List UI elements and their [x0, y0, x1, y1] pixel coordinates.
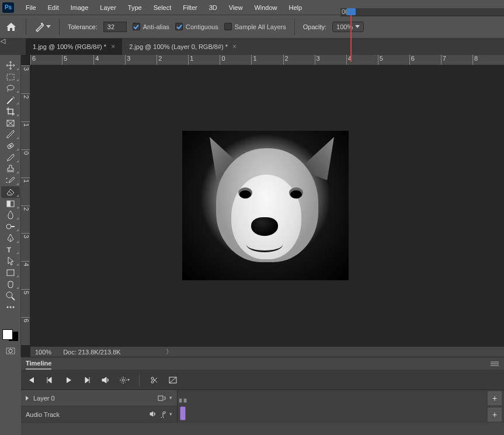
- track-row-video[interactable]: Layer 0 ▾: [21, 390, 177, 406]
- sample-all-label: Sample All Layers: [235, 23, 286, 30]
- transition-icon[interactable]: [168, 375, 178, 385]
- app-icon[interactable]: Ps: [2, 2, 14, 13]
- move-tool[interactable]: [1, 60, 20, 71]
- menu-file[interactable]: File: [20, 4, 42, 11]
- magic-wand-tool-icon[interactable]: [34, 22, 51, 32]
- add-media-button[interactable]: +: [488, 391, 502, 405]
- mute-icon[interactable]: [100, 375, 111, 385]
- timeline-tracks: Layer 0 ▾ Audio Track ▾ + +: [21, 390, 504, 423]
- tab-document-1[interactable]: 1.jpg @ 100% (RGB/8#) * ×: [26, 39, 122, 55]
- rectangle-tool[interactable]: [1, 267, 20, 279]
- sample-all-checkbox[interactable]: Sample All Layers: [224, 23, 286, 30]
- eraser-tool[interactable]: [1, 186, 20, 198]
- stamp-tool[interactable]: [1, 163, 20, 175]
- go-to-first-frame-icon[interactable]: [26, 375, 36, 385]
- status-flyout-icon[interactable]: 〉: [166, 347, 172, 356]
- blur-tool[interactable]: [1, 210, 20, 221]
- menu-select[interactable]: Select: [148, 4, 178, 11]
- antialias-checkbox[interactable]: Anti-alias: [133, 23, 169, 30]
- color-swatches[interactable]: [2, 329, 19, 342]
- menu-help[interactable]: Help: [283, 4, 308, 11]
- tab-document-2[interactable]: 2.jpg @ 100% (Layer 0, RGB/8#) * ×: [122, 39, 244, 55]
- close-icon[interactable]: ×: [111, 43, 115, 51]
- menu-filter[interactable]: Filter: [177, 4, 203, 11]
- chevron-down-icon: [46, 25, 51, 28]
- chevron-right-icon[interactable]: [26, 396, 29, 401]
- split-icon[interactable]: [149, 375, 159, 385]
- menu-window[interactable]: Window: [248, 4, 283, 11]
- panel-collapse-icon[interactable]: [0, 39, 6, 44]
- ruler-vertical[interactable]: 3210123456: [21, 65, 30, 345]
- menu-image[interactable]: Image: [65, 4, 95, 11]
- eyedropper-tool[interactable]: [1, 128, 20, 140]
- foreground-color[interactable]: [2, 329, 13, 340]
- divider: [26, 19, 26, 35]
- home-icon[interactable]: [5, 20, 18, 33]
- work-area-markers[interactable]: [179, 398, 193, 404]
- tolerance-label: Tolerance:: [68, 23, 98, 30]
- zoom-level[interactable]: 100%: [35, 349, 51, 356]
- brush-tool[interactable]: [1, 152, 20, 163]
- dodge-tool[interactable]: [1, 221, 20, 232]
- svg-point-14: [9, 349, 12, 353]
- path-select-tool[interactable]: [1, 255, 20, 267]
- track-row-audio[interactable]: Audio Track ▾: [21, 406, 177, 423]
- track-name: Audio Track: [26, 411, 60, 418]
- divider: [59, 19, 60, 35]
- quick-mask-icon[interactable]: [1, 345, 20, 357]
- tolerance-input[interactable]: [103, 22, 127, 32]
- svg-point-15: [122, 379, 124, 381]
- menu-type[interactable]: Type: [122, 4, 148, 11]
- magic-wand-tool[interactable]: [1, 94, 20, 106]
- history-brush-tool[interactable]: [1, 175, 20, 186]
- lasso-tool[interactable]: [1, 82, 20, 94]
- opacity-label: Opacity:: [303, 23, 326, 30]
- contiguous-checkbox[interactable]: Contiguous: [175, 23, 218, 30]
- menu-edit[interactable]: Edit: [42, 4, 65, 11]
- marquee-tool[interactable]: [1, 71, 20, 83]
- play-icon[interactable]: [63, 375, 74, 385]
- chevron-down-icon: [355, 25, 360, 28]
- doc-size[interactable]: Doc: 213.8K/213.8K: [63, 349, 120, 356]
- track-name: Layer 0: [33, 395, 55, 402]
- svg-point-1: [7, 85, 14, 90]
- timeline-panel: Timeline ▾ 00 Layer 0 ▾: [21, 357, 504, 435]
- more-tools[interactable]: [1, 301, 20, 313]
- canvas-image[interactable]: [182, 131, 349, 280]
- track-options-icon[interactable]: [158, 395, 166, 402]
- ruler-horizontal[interactable]: 654321012345678: [30, 55, 504, 65]
- menu-view[interactable]: View: [223, 4, 249, 11]
- zoom-tool[interactable]: [1, 290, 20, 302]
- edit-toolbar[interactable]: [1, 313, 20, 325]
- contiguous-label: Contiguous: [186, 23, 218, 30]
- close-icon[interactable]: ×: [232, 43, 237, 51]
- music-note-icon[interactable]: [160, 411, 166, 418]
- document-tabs: 1.jpg @ 100% (RGB/8#) * × 2.jpg @ 100% (…: [0, 39, 504, 55]
- timeline-track-lane[interactable]: + +: [178, 390, 504, 423]
- canvas-area[interactable]: 654321012345678 3210123456 100% Doc: 213…: [21, 55, 504, 357]
- timeline-title[interactable]: Timeline: [26, 360, 51, 370]
- type-path-tool[interactable]: T: [1, 244, 20, 256]
- menu-layer[interactable]: Layer: [94, 4, 122, 11]
- opacity-select[interactable]: 100%: [332, 22, 364, 32]
- timeline-ruler[interactable]: 00: [340, 8, 504, 16]
- gradient-tool[interactable]: [1, 198, 20, 210]
- playhead[interactable]: [346, 8, 356, 15]
- panel-menu-icon[interactable]: [490, 361, 499, 367]
- add-audio-button[interactable]: +: [488, 408, 502, 422]
- next-frame-icon[interactable]: [82, 375, 92, 385]
- pen-tool[interactable]: [1, 232, 20, 244]
- menu-3d[interactable]: 3D: [203, 4, 223, 11]
- video-clip[interactable]: [180, 406, 186, 420]
- prev-frame-icon[interactable]: [44, 375, 55, 385]
- settings-icon[interactable]: ▾: [119, 375, 130, 385]
- workspace: T 654321012345678 3210123456: [0, 55, 504, 357]
- frame-tool[interactable]: [1, 117, 20, 129]
- hand-tool[interactable]: [1, 279, 20, 290]
- crop-tool[interactable]: [1, 106, 20, 117]
- speaker-icon[interactable]: [150, 411, 157, 418]
- timeline-header: Timeline: [21, 357, 504, 370]
- svg-point-16: [151, 377, 154, 380]
- svg-text:T: T: [7, 246, 11, 253]
- healing-tool[interactable]: [1, 140, 20, 152]
